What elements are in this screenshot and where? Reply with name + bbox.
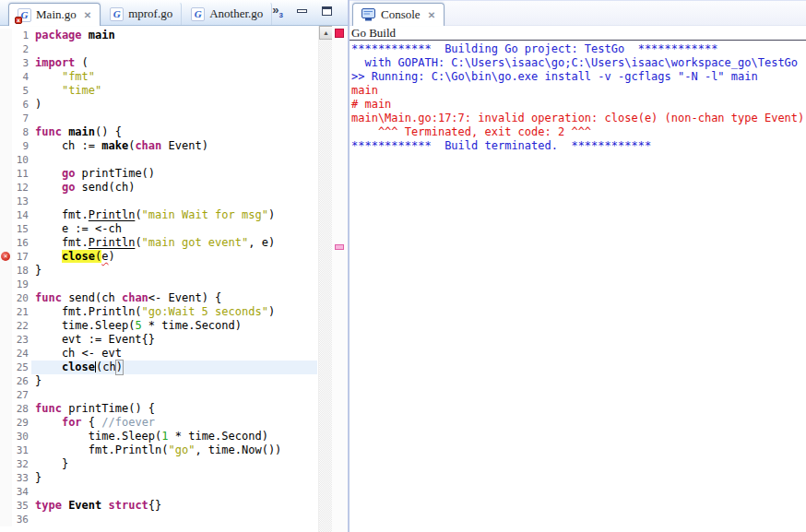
line-number[interactable]: 4 (12, 70, 31, 84)
code-text[interactable] (31, 195, 317, 208)
code-line[interactable]: 29 for { //foever (0, 416, 317, 430)
code-line[interactable]: 23 evt := Event{} (0, 333, 317, 347)
minimize-button[interactable] (296, 6, 308, 17)
code-line[interactable]: 20func send(ch chan<- Event) { (0, 291, 317, 305)
code-line[interactable]: 11 go printTime() (0, 167, 317, 181)
code-line[interactable]: 30 time.Sleep(1 * time.Second) (0, 430, 317, 443)
line-number[interactable]: 18 (12, 264, 31, 278)
code-text[interactable]: package main (31, 29, 317, 42)
line-number[interactable]: 6 (12, 98, 31, 112)
code-text[interactable]: evt := Event{} (31, 333, 317, 347)
code-text[interactable]: func send(ch chan<- Event) { (31, 291, 317, 305)
code-line[interactable]: 27 (0, 388, 317, 402)
code-text[interactable]: import ( (31, 56, 317, 70)
code-text[interactable]: time.Sleep(5 * time.Second) (31, 319, 317, 333)
line-number[interactable]: 1 (12, 29, 31, 42)
code-text[interactable]: ch := make(chan Event) (31, 139, 317, 153)
more-tabs-chevron-icon[interactable]: »3 (272, 3, 283, 19)
line-number[interactable]: 13 (12, 195, 31, 208)
line-number[interactable]: 31 (12, 443, 31, 457)
code-line[interactable]: 8func main() { (0, 125, 317, 139)
code-text[interactable]: type Event struct{} (31, 499, 317, 513)
line-number[interactable]: 7 (12, 112, 31, 125)
line-number[interactable]: 30 (12, 430, 31, 443)
code-text[interactable] (31, 388, 317, 402)
code-editor[interactable]: 1package main23import (4 "fmt"5 "time"6)… (0, 26, 348, 532)
code-line[interactable]: 33} (0, 471, 317, 485)
line-number[interactable]: 9 (12, 139, 31, 153)
code-line[interactable]: 16 fmt.Println("main got event", e) (0, 236, 317, 250)
code-line[interactable]: 10 (0, 153, 317, 167)
overview-error-indicator[interactable] (335, 29, 344, 38)
code-line[interactable]: 36 (0, 513, 317, 526)
code-line[interactable]: 15 e := <-ch (0, 222, 317, 236)
code-text[interactable]: } (31, 471, 317, 485)
code-text[interactable]: "fmt" (31, 70, 317, 84)
code-line[interactable]: 18} (0, 264, 317, 278)
code-text[interactable] (31, 278, 317, 291)
code-line[interactable]: 32 } (0, 457, 317, 471)
console-output[interactable]: ************ Building Go project: TestGo… (350, 41, 806, 153)
code-line[interactable]: 13 (0, 195, 317, 208)
code-line[interactable]: 14 fmt.Println("main Wait for msg") (0, 208, 317, 222)
code-line[interactable]: 21 fmt.Println("go:Wait 5 seconds") (0, 305, 317, 319)
line-number[interactable]: 5 (12, 84, 31, 98)
code-line[interactable]: 24 ch <- evt (0, 347, 317, 361)
tab-mprof-go[interactable]: G mprof.go (101, 2, 182, 25)
code-line[interactable]: ✕17 close(e) (0, 250, 317, 264)
code-text[interactable]: e := <-ch (31, 222, 317, 236)
error-icon[interactable]: ✕ (1, 252, 10, 261)
line-number[interactable]: 28 (12, 402, 31, 416)
code-text[interactable] (31, 153, 317, 167)
code-text[interactable] (31, 485, 317, 499)
code-text[interactable]: ch <- evt (31, 347, 317, 361)
maximize-button[interactable] (321, 6, 333, 17)
code-text[interactable]: fmt.Println("go", time.Now()) (31, 443, 317, 457)
line-number[interactable]: 26 (12, 374, 31, 388)
line-number[interactable]: 2 (12, 42, 31, 56)
line-number[interactable]: 17 (12, 250, 31, 264)
code-line[interactable]: 35type Event struct{} (0, 499, 317, 513)
code-line[interactable]: 19 (0, 278, 317, 291)
code-text[interactable]: close(ch) (31, 361, 317, 374)
tab-another-go[interactable]: G Another.go (182, 2, 272, 25)
code-text[interactable]: fmt.Println("main got event", e) (31, 236, 317, 250)
code-text[interactable]: } (31, 374, 317, 388)
code-text[interactable]: func main() { (31, 125, 317, 139)
line-number[interactable]: 10 (12, 153, 31, 167)
code-line[interactable]: 6) (0, 98, 317, 112)
line-number[interactable]: 24 (12, 347, 31, 361)
code-text[interactable]: "time" (31, 84, 317, 98)
code-line[interactable]: 12 go send(ch) (0, 181, 317, 195)
line-number[interactable]: 32 (12, 457, 31, 471)
code-lines[interactable]: 1package main23import (4 "fmt"5 "time"6)… (0, 26, 317, 532)
line-number[interactable]: 36 (12, 513, 31, 526)
overview-error-marker[interactable] (335, 244, 344, 250)
line-number[interactable]: 23 (12, 333, 31, 347)
code-line[interactable]: 3import ( (0, 56, 317, 70)
line-number[interactable]: 29 (12, 416, 31, 430)
overview-ruler[interactable] (332, 26, 348, 532)
line-number[interactable]: 33 (12, 471, 31, 485)
code-line[interactable]: 1package main (0, 29, 317, 42)
code-line[interactable]: 22 time.Sleep(5 * time.Second) (0, 319, 317, 333)
code-line[interactable]: 26} (0, 374, 317, 388)
line-number[interactable]: 34 (12, 485, 31, 499)
line-number[interactable]: 14 (12, 208, 31, 222)
tab-main-go[interactable]: G x Main.go ✕ (8, 3, 101, 26)
code-text[interactable] (31, 42, 317, 56)
editor-vertical-scrollbar[interactable]: ▲ (318, 26, 332, 532)
code-text[interactable]: go printTime() (31, 167, 317, 181)
code-text[interactable]: } (31, 457, 317, 471)
code-text[interactable] (31, 112, 317, 125)
line-number[interactable]: 15 (12, 222, 31, 236)
code-line[interactable]: 34 (0, 485, 317, 499)
line-number[interactable]: 16 (12, 236, 31, 250)
error-marker-cell[interactable]: ✕ (0, 250, 12, 264)
scroll-up-arrow-icon[interactable]: ▲ (319, 26, 333, 40)
code-line[interactable]: 28func printTime() { (0, 402, 317, 416)
code-text[interactable]: for { //foever (31, 416, 317, 430)
line-number[interactable]: 19 (12, 278, 31, 291)
code-text[interactable]: ) (31, 98, 317, 112)
code-line[interactable]: 5 "time" (0, 84, 317, 98)
